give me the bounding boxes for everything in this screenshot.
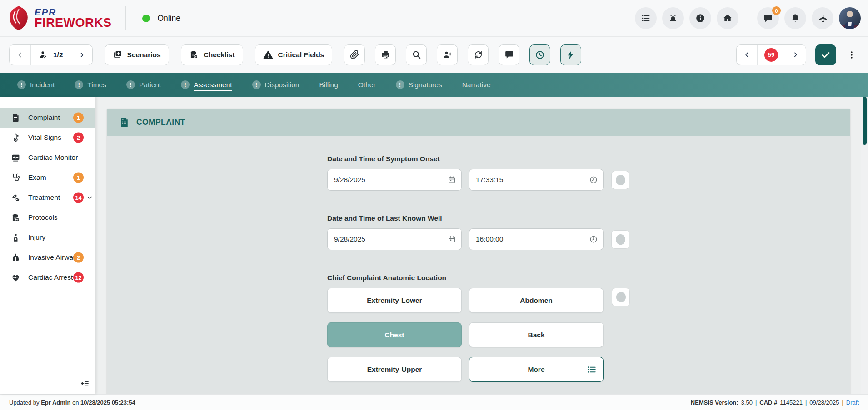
patient-pager-status[interactable]: 1/2 <box>31 45 71 65</box>
print-button[interactable] <box>375 44 396 65</box>
alert-icon <box>396 80 404 89</box>
search-button[interactable] <box>406 44 427 65</box>
refresh-button[interactable] <box>468 44 489 65</box>
sidebar-item-exam[interactable]: Exam 1 <box>0 168 95 188</box>
tab-times[interactable]: Times <box>75 80 106 89</box>
scenarios-button[interactable]: Scenarios <box>105 44 169 65</box>
online-status-label: Online <box>158 14 181 23</box>
error-count[interactable]: 59 <box>758 45 785 65</box>
check-icon <box>820 49 831 60</box>
tab-billing[interactable]: Billing <box>319 81 338 89</box>
option-extremity-upper[interactable]: Extremity-Upper <box>327 357 462 382</box>
sidebar-item-treatment[interactable]: Treatment 14 <box>0 188 95 207</box>
toolbar-right: 59 <box>736 44 858 65</box>
chat-button[interactable] <box>499 44 519 65</box>
tab-label: Assessment <box>194 81 232 89</box>
lightning-icon <box>566 50 576 60</box>
tab-label: Incident <box>30 81 55 89</box>
tab-disposition[interactable]: Disposition <box>252 80 299 89</box>
record-date: 09/28/2025 <box>809 399 839 406</box>
print-icon <box>381 50 390 59</box>
kebab-icon <box>847 50 856 59</box>
updated-on: on <box>72 399 79 406</box>
info-button[interactable] <box>689 7 711 29</box>
menu-list-icon <box>641 13 651 23</box>
last-known-well-date-input[interactable] <box>327 228 462 250</box>
assessment-sidebar: Complaint 1 Vital Signs 2 <box>0 97 95 394</box>
toggle-dot <box>616 292 626 302</box>
option-back[interactable]: Back <box>469 322 604 347</box>
anatomic-location-toggle-button[interactable] <box>612 288 630 306</box>
draft-status-link[interactable]: Draft <box>846 399 859 406</box>
option-abdomen[interactable]: Abdomen <box>469 288 604 313</box>
tab-other[interactable]: Other <box>358 81 376 89</box>
time-tracking-button[interactable] <box>529 44 550 65</box>
patient-next-button[interactable] <box>71 45 92 65</box>
top-header: EPR FIREWORKS Online <box>0 0 868 36</box>
logo-line1: EPR <box>35 7 112 17</box>
home-button[interactable] <box>717 7 738 29</box>
last-known-well-toggle-button[interactable] <box>611 230 629 249</box>
symptom-onset-toggle-button[interactable] <box>611 171 629 189</box>
sidebar-collapse-button[interactable] <box>80 379 89 388</box>
sidebar-item-vital-signs[interactable]: Vital Signs 2 <box>0 128 95 148</box>
validate-button[interactable] <box>815 44 836 65</box>
last-known-well-time-input[interactable] <box>469 228 604 250</box>
more-menu-button[interactable] <box>845 49 858 61</box>
critical-fields-label: Critical Fields <box>278 51 324 59</box>
siren-button[interactable] <box>662 7 684 29</box>
sidebar-item-cardiac-monitor[interactable]: Cardiac Monitor <box>0 148 95 168</box>
option-extremity-lower[interactable]: Extremity-Lower <box>327 288 462 313</box>
complaint-section-header: COMPLAINT <box>107 109 850 136</box>
sidebar-item-invasive-airway[interactable]: Invasive Airway 2 <box>0 247 95 267</box>
error-prev-button[interactable] <box>737 45 758 65</box>
chevron-down-icon[interactable] <box>87 195 93 201</box>
sidebar-badge: 12 <box>73 272 84 283</box>
tab-narrative[interactable]: Narrative <box>462 81 491 89</box>
injury-person-icon <box>11 233 20 242</box>
collapse-sidebar-icon <box>80 379 89 388</box>
quick-actions-button[interactable] <box>560 44 581 65</box>
toolbar-icon-buttons <box>344 44 581 65</box>
tab-patient[interactable]: Patient <box>126 80 161 89</box>
sidebar-item-complaint[interactable]: Complaint 1 <box>0 108 95 128</box>
flight-mode-button[interactable] <box>812 7 833 29</box>
notifications-button[interactable] <box>784 7 806 29</box>
avatar[interactable] <box>839 7 861 29</box>
home-icon <box>723 13 733 23</box>
scrollbar-thumb[interactable] <box>863 97 867 145</box>
patient-prev-button[interactable] <box>10 45 31 65</box>
person-add-button[interactable] <box>437 44 458 65</box>
scenarios-label: Scenarios <box>127 51 161 59</box>
content-area: Complaint 1 Vital Signs 2 <box>0 97 868 394</box>
connection-status: Online <box>142 14 181 23</box>
tab-incident[interactable]: Incident <box>17 80 55 89</box>
sidebar-badge: 2 <box>73 133 84 143</box>
tab-signatures[interactable]: Signatures <box>396 80 442 89</box>
error-next-button[interactable] <box>785 45 806 65</box>
symptom-onset-time-input[interactable] <box>469 169 604 191</box>
sidebar-item-label: Cardiac Monitor <box>28 153 78 162</box>
symptom-onset-date-input[interactable] <box>327 169 462 191</box>
critical-fields-button[interactable]: Critical Fields <box>255 44 333 65</box>
monitor-icon <box>11 153 20 163</box>
checklist-button[interactable]: Checklist <box>181 44 243 65</box>
sidebar-item-protocols[interactable]: Protocols <box>0 207 95 227</box>
sidebar-item-cardiac-arrest[interactable]: Cardiac Arrest 12 <box>0 267 95 287</box>
checklist-label: Checklist <box>204 51 235 59</box>
more-options-button[interactable]: More <box>469 357 604 382</box>
messages-count-badge: 0 <box>772 6 781 15</box>
anatomic-location-options: Extremity-Lower Abdomen Chest Back Extre… <box>327 288 604 382</box>
option-chest[interactable]: Chest <box>327 322 462 347</box>
airplane-icon <box>818 13 828 23</box>
more-label: More <box>528 366 544 374</box>
pills-icon <box>11 193 20 203</box>
sidebar-item-injury[interactable]: Injury <box>0 227 95 247</box>
person-add-icon <box>443 50 452 59</box>
menu-list-button[interactable] <box>635 7 657 29</box>
messages-button[interactable]: 0 <box>757 7 779 29</box>
symptom-onset-time-wrap <box>469 169 604 191</box>
logo-text: EPR FIREWORKS <box>35 7 112 29</box>
attachment-button[interactable] <box>344 44 365 65</box>
tab-assessment[interactable]: Assessment <box>181 80 232 89</box>
